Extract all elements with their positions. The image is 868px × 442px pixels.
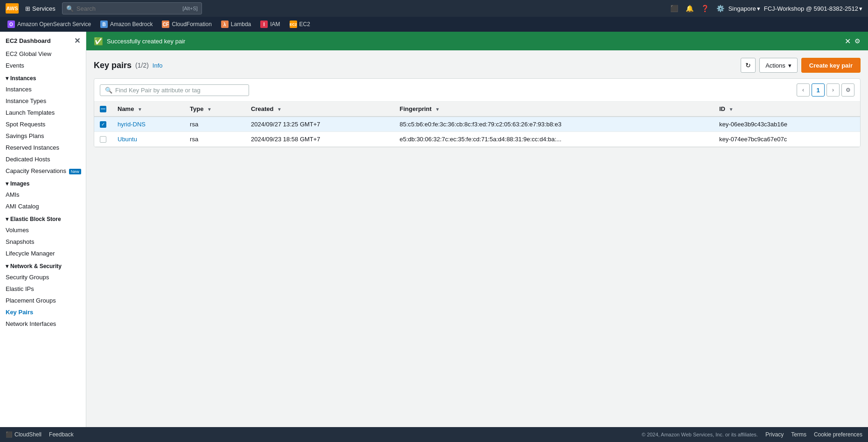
actions-button[interactable]: Actions ▾ — [759, 58, 798, 73]
tab-cloudformation[interactable]: CF CloudFormation — [158, 19, 215, 30]
settings-icon[interactable]: ⚙️ — [716, 5, 724, 12]
tab-opensearch[interactable]: O Amazon OpenSearch Service — [4, 19, 95, 30]
global-search-bar[interactable]: 🔍 [Alt+S] — [62, 2, 202, 14]
row1-checkbox-cell: ✓ — [94, 117, 112, 132]
sidebar-section-instances[interactable]: ▾ Instances — [0, 71, 86, 83]
created-sort-icon[interactable]: ▼ — [277, 107, 282, 112]
sidebar-item-savings-plans[interactable]: Savings Plans — [0, 130, 86, 142]
sidebar-item-reserved-instances[interactable]: Reserved Instances — [0, 142, 86, 153]
account-selector[interactable]: FCJ-Workshop @ 5901-8382-2512 ▾ — [764, 5, 862, 12]
cloudshell-button[interactable]: ⬛ CloudShell — [6, 431, 42, 438]
row2-name-link[interactable]: Ubuntu — [118, 136, 137, 143]
sidebar-section-images[interactable]: ▾ Images — [0, 177, 86, 189]
sidebar-item-events[interactable]: Events — [0, 60, 86, 71]
footer: ⬛ CloudShell Feedback © 2024, Amazon Web… — [0, 427, 868, 442]
ec2-icon: EC2 — [290, 21, 297, 28]
chevron-down-icon: ▾ — [859, 5, 862, 12]
tab-ec2[interactable]: EC2 EC2 — [286, 19, 314, 30]
table-body: ✓ hyrid-DNS rsa 2024/09/27 13:25 GMT+7 8… — [94, 117, 860, 147]
sidebar-item-security-groups[interactable]: Security Groups — [0, 271, 86, 283]
copyright: © 2024, Amazon Web Services, Inc. or its… — [642, 432, 758, 437]
pagination: ‹ 1 › ⚙ — [797, 83, 854, 97]
cloudshell-label: CloudShell — [14, 431, 42, 438]
success-message: Successfully created key pair — [107, 38, 185, 45]
tab-lambda[interactable]: λ Lambda — [217, 19, 255, 30]
privacy-link[interactable]: Privacy — [765, 431, 784, 438]
header-fingerprint: Fingerprint ▼ — [394, 102, 714, 117]
sidebar-item-instance-types[interactable]: Instance Types — [0, 95, 86, 107]
terms-link[interactable]: Terms — [791, 431, 806, 438]
sidebar-section-network[interactable]: ▾ Network & Security — [0, 259, 86, 271]
sidebar-item-spot-requests[interactable]: Spot Requests — [0, 118, 86, 130]
refresh-button[interactable]: ↻ — [741, 58, 756, 73]
next-page-button[interactable]: › — [826, 83, 840, 97]
sidebar-item-placement-groups[interactable]: Placement Groups — [0, 295, 86, 306]
tab-bedrock[interactable]: B Amazon Bedrock — [97, 19, 156, 30]
info-link[interactable]: Info — [153, 62, 163, 69]
header-created: Created ▼ — [245, 102, 394, 117]
region-selector[interactable]: Singapore ▾ — [728, 5, 760, 12]
sidebar-item-instances[interactable]: Instances — [0, 83, 86, 95]
type-sort-icon[interactable]: ▼ — [207, 107, 212, 112]
header-checkbox-cell: — — [94, 102, 112, 117]
table-search-input[interactable] — [115, 87, 244, 94]
sidebar-item-capacity-reservations[interactable]: Capacity Reservations New — [0, 165, 86, 177]
row2-checkbox[interactable] — [100, 136, 106, 143]
services-button[interactable]: ⊞ Services — [22, 4, 58, 13]
tab-iam[interactable]: I IAM — [257, 19, 284, 30]
sidebar-item-elastic-ips[interactable]: Elastic IPs — [0, 283, 86, 295]
prev-page-button[interactable]: ‹ — [797, 83, 810, 97]
success-banner-settings-icon[interactable]: ⚙ — [854, 37, 861, 45]
sidebar-item-amis[interactable]: AMIs — [0, 189, 86, 200]
terminal-icon: ⬛ — [6, 431, 13, 438]
sidebar-item-key-pairs[interactable]: Key Pairs — [0, 306, 86, 318]
bell-icon[interactable]: 🔔 — [686, 5, 694, 12]
page-content: Key pairs (1/2) Info ↻ Actions ▾ Create … — [86, 50, 868, 427]
table-container: 🔍 ‹ 1 › ⚙ — — [94, 78, 861, 147]
sidebar-item-launch-templates[interactable]: Launch Templates — [0, 107, 86, 118]
cloudformation-icon: CF — [162, 21, 169, 28]
sidebar-item-network-interfaces[interactable]: Network Interfaces — [0, 318, 86, 330]
row1-name-link[interactable]: hyrid-DNS — [118, 121, 146, 128]
sidebar-item-volumes[interactable]: Volumes — [0, 224, 86, 236]
tab-lambda-label: Lambda — [231, 21, 251, 28]
header-checkbox[interactable]: — — [100, 106, 106, 112]
row2-fingerprint: e5:db:30:06:32:7c:ec:35:fe:cd:71:5a:d4:8… — [394, 132, 714, 147]
fingerprint-sort-icon[interactable]: ▼ — [435, 107, 440, 112]
cookie-link[interactable]: Cookie preferences — [814, 431, 862, 438]
create-key-pair-button[interactable]: Create key pair — [801, 58, 861, 73]
header-type: Type ▼ — [184, 102, 245, 117]
row1-created: 2024/09/27 13:25 GMT+7 — [245, 117, 394, 132]
key-pairs-table: — Name ▼ Type ▼ Created ▼ — [94, 102, 860, 147]
sidebar-item-ec2-global-view[interactable]: EC2 Global View — [0, 48, 86, 60]
terminal-icon[interactable]: ⬛ — [670, 5, 678, 12]
aws-logo[interactable]: AWS — [6, 3, 19, 14]
feedback-link[interactable]: Feedback — [49, 431, 74, 438]
name-sort-icon[interactable]: ▼ — [138, 107, 142, 112]
row2-id: key-074ee7bc9ca67e07c — [714, 132, 860, 147]
table-settings-button[interactable]: ⚙ — [841, 83, 854, 97]
chevron-down-icon: ▾ — [6, 180, 8, 187]
sidebar-close-button[interactable]: ✕ — [74, 36, 80, 45]
sidebar-item-ami-catalog[interactable]: AMI Catalog — [0, 200, 86, 212]
id-sort-icon[interactable]: ▼ — [729, 107, 734, 112]
sidebar-item-snapshots[interactable]: Snapshots — [0, 236, 86, 248]
content-area: ✅ Successfully created key pair ✕ ⚙ Key … — [86, 32, 868, 427]
sidebar-section-ebs[interactable]: ▾ Elastic Block Store — [0, 212, 86, 224]
tab-bedrock-label: Amazon Bedrock — [110, 21, 153, 28]
table-header: — Name ▼ Type ▼ Created ▼ — [94, 102, 860, 117]
lambda-icon: λ — [221, 21, 229, 28]
sidebar-item-dedicated-hosts[interactable]: Dedicated Hosts — [0, 153, 86, 165]
row1-checkbox[interactable]: ✓ — [100, 121, 106, 128]
help-icon[interactable]: ❓ — [701, 5, 709, 12]
sidebar-item-lifecycle-manager[interactable]: Lifecycle Manager — [0, 248, 86, 259]
success-banner-close-button[interactable]: ✕ — [845, 37, 851, 46]
bedrock-icon: B — [100, 21, 108, 28]
tab-iam-label: IAM — [270, 21, 280, 28]
page-count: (1/2) — [135, 62, 149, 69]
sidebar-title: EC2 Dashboard — [6, 37, 51, 44]
page-header: Key pairs (1/2) Info ↻ Actions ▾ Create … — [94, 58, 861, 73]
header-id: ID ▼ — [714, 102, 860, 117]
tab-cloudformation-label: CloudFormation — [172, 21, 211, 28]
global-search-input[interactable] — [76, 5, 180, 12]
